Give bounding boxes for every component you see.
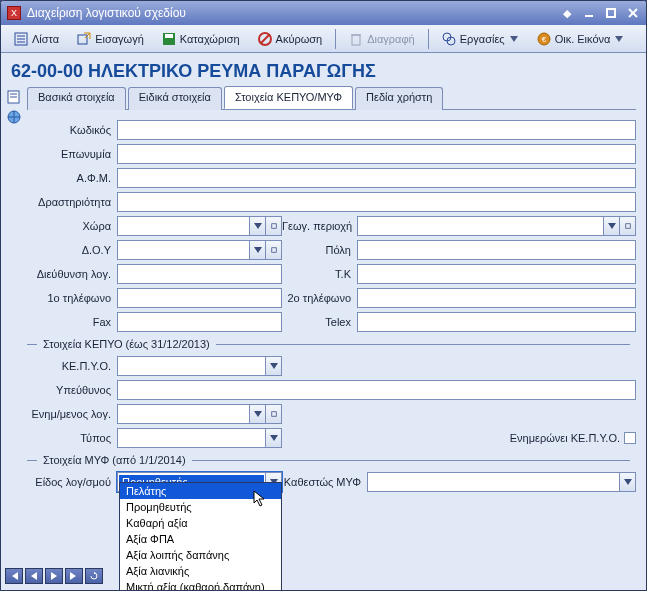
- label-tel2: 2ο τηλέφωνο: [282, 292, 357, 304]
- city-field[interactable]: [357, 240, 636, 260]
- telex-field[interactable]: [357, 312, 636, 332]
- chevron-down-icon[interactable]: [249, 405, 265, 423]
- nav-first-button[interactable]: [5, 568, 23, 584]
- type-combo[interactable]: [117, 428, 282, 448]
- dropdown-option[interactable]: Μικτή αξία (καθαρή,δαπάνη): [120, 579, 281, 591]
- activity-field[interactable]: [117, 192, 636, 212]
- minimize-icon[interactable]: [582, 6, 596, 20]
- afm-field[interactable]: [117, 168, 636, 188]
- svg-rect-1: [607, 9, 615, 17]
- fax-field[interactable]: [117, 312, 282, 332]
- tasks-icon: [442, 32, 456, 46]
- svg-rect-13: [352, 35, 360, 45]
- lookup-icon[interactable]: [265, 241, 281, 259]
- main-toolbar: Λίστα Εισαγωγή Καταχώριση Ακύρωση Διαγρα…: [1, 25, 646, 53]
- tasks-button[interactable]: Εργασίες: [435, 29, 526, 49]
- svg-rect-24: [625, 224, 630, 229]
- code-field[interactable]: [117, 120, 636, 140]
- toolbar-separator-1: [335, 29, 336, 49]
- tab-user-fields[interactable]: Πεδία χρήστη: [355, 87, 443, 110]
- dropdown-option[interactable]: Αξία ΦΠΑ: [120, 531, 281, 547]
- myf-status-combo[interactable]: [367, 472, 636, 492]
- tasks-label: Εργασίες: [460, 33, 505, 45]
- label-geo: Γεωγ. περιοχή: [282, 220, 357, 232]
- chevron-down-icon[interactable]: [603, 217, 619, 235]
- list-button[interactable]: Λίστα: [7, 29, 66, 49]
- maximize-icon[interactable]: [604, 6, 618, 20]
- kepyo-combo[interactable]: [117, 356, 282, 376]
- nav-last-button[interactable]: [65, 568, 83, 584]
- addr-field[interactable]: [117, 264, 282, 284]
- chevron-down-icon[interactable]: [249, 241, 265, 259]
- delete-button[interactable]: Διαγραφή: [342, 29, 422, 49]
- chevron-down-icon[interactable]: [265, 429, 281, 447]
- nav-refresh-button[interactable]: [85, 568, 103, 584]
- group-kepyo-label: Στοιχεία ΚΕΠΥΟ (έως 31/12/2013): [27, 338, 636, 350]
- nav-next-button[interactable]: [45, 568, 63, 584]
- delete-icon: [349, 32, 363, 46]
- updates-kepyo-checkbox[interactable]: [624, 432, 636, 444]
- chevron-down-icon[interactable]: [619, 473, 635, 491]
- svg-rect-23: [271, 224, 276, 229]
- save-icon: [162, 32, 176, 46]
- label-country: Χώρα: [27, 220, 117, 232]
- record-navigator: [5, 568, 103, 584]
- help-icon[interactable]: ◆: [560, 6, 574, 20]
- name-field[interactable]: [117, 144, 636, 164]
- lookup-icon[interactable]: [619, 217, 635, 235]
- dropdown-option[interactable]: Αξία λιανικής: [120, 563, 281, 579]
- nav-prev-button[interactable]: [25, 568, 43, 584]
- group-myf-label: Στοιχεία ΜΥΦ (από 1/1/2014): [27, 454, 636, 466]
- globe-icon[interactable]: [6, 110, 22, 124]
- acctype-dropdown[interactable]: Πελάτης Προμηθευτής Καθαρή αξία Αξία ΦΠΑ…: [119, 482, 282, 591]
- dropdown-option[interactable]: Προμηθευτής: [120, 499, 281, 515]
- zip-field[interactable]: [357, 264, 636, 284]
- tel2-field[interactable]: [357, 288, 636, 308]
- dropdown-option[interactable]: Πελάτης: [120, 483, 281, 499]
- import-icon: [77, 32, 91, 46]
- dropdown-option[interactable]: Αξία λοιπής δαπάνης: [120, 547, 281, 563]
- tab-special[interactable]: Ειδικά στοιχεία: [128, 87, 222, 110]
- dropdown-option[interactable]: Καθαρή αξία: [120, 515, 281, 531]
- label-fax: Fax: [27, 316, 117, 328]
- label-code: Κωδικός: [27, 124, 117, 136]
- cancel-icon: [258, 32, 272, 46]
- list-icon: [14, 32, 28, 46]
- country-combo[interactable]: [117, 216, 282, 236]
- cancel-label: Ακύρωση: [276, 33, 323, 45]
- updacc-combo[interactable]: [117, 404, 282, 424]
- tab-basic[interactable]: Βασικά στοιχεία: [27, 87, 126, 110]
- save-button[interactable]: Καταχώριση: [155, 29, 247, 49]
- svg-rect-26: [271, 412, 276, 417]
- label-myf-status: Καθεστώς ΜΥΦ: [282, 477, 367, 488]
- save-label: Καταχώριση: [180, 33, 240, 45]
- close-icon[interactable]: [626, 6, 640, 20]
- owner-field[interactable]: [117, 380, 636, 400]
- window-title: Διαχείριση λογιστικού σχεδίου: [27, 6, 552, 20]
- label-telex: Telex: [282, 316, 357, 328]
- svg-rect-25: [271, 248, 276, 253]
- label-afm: Α.Φ.Μ.: [27, 172, 117, 184]
- chevron-down-icon[interactable]: [249, 217, 265, 235]
- import-label: Εισαγωγή: [95, 33, 144, 45]
- label-doy: Δ.Ο.Υ: [27, 244, 117, 256]
- page-icon[interactable]: [6, 90, 22, 104]
- finview-caret-icon: [614, 32, 624, 46]
- delete-label: Διαγραφή: [367, 33, 415, 45]
- lookup-icon[interactable]: [265, 405, 281, 423]
- chevron-down-icon[interactable]: [265, 357, 281, 375]
- finview-button[interactable]: € Οικ. Εικόνα: [530, 29, 632, 49]
- label-type: Τύπος: [27, 432, 117, 444]
- svg-rect-10: [165, 34, 173, 38]
- doy-combo[interactable]: [117, 240, 282, 260]
- tab-kepyo-myf[interactable]: Στοιχεία ΚΕΠΥΟ/ΜΥΦ: [224, 86, 353, 109]
- lookup-icon[interactable]: [265, 217, 281, 235]
- import-button[interactable]: Εισαγωγή: [70, 29, 151, 49]
- geo-combo[interactable]: [357, 216, 636, 236]
- tel1-field[interactable]: [117, 288, 282, 308]
- label-acctype: Είδος λογ/σμού: [27, 476, 117, 488]
- tabs: Βασικά στοιχεία Ειδικά στοιχεία Στοιχεία…: [27, 86, 636, 110]
- label-activity: Δραστηριότητα: [27, 196, 117, 208]
- cancel-button[interactable]: Ακύρωση: [251, 29, 330, 49]
- side-glyph-strip: [1, 86, 27, 590]
